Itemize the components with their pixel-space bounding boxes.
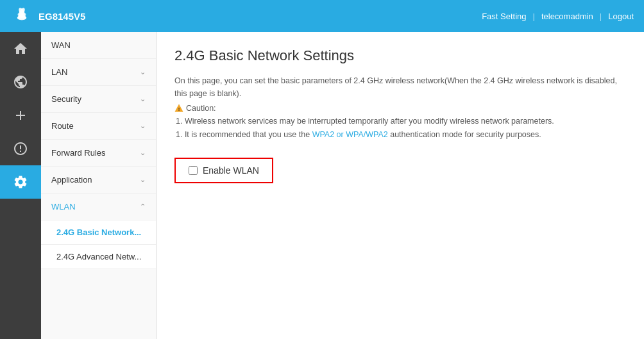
wpa2-link: WPA2 or WPA/WPA2 <box>312 130 388 139</box>
header-nav: Fast Setting | telecomadmin | Logout <box>482 12 634 21</box>
brand-logo: EG8145V5 <box>10 7 85 25</box>
brand-name: EG8145V5 <box>38 11 85 22</box>
sidebar-icon-network[interactable] <box>0 65 41 99</box>
menu-item-forward-rules[interactable]: Forward Rules ⌄ <box>41 140 156 167</box>
caution-line-2: 1. It is recommended that you use the WP… <box>176 128 626 142</box>
add-icon <box>13 108 28 123</box>
menu-label-lan: LAN <box>51 67 67 77</box>
sidebar-icon-home[interactable] <box>0 32 41 65</box>
menu-label-wlan: WLAN <box>51 202 76 211</box>
sidebar-icon-status[interactable] <box>0 132 41 165</box>
huawei-logo-icon <box>10 7 33 25</box>
page-description: On this page, you can set the basic para… <box>174 74 626 100</box>
main-content: 2.4G Basic Network Settings On this page… <box>157 32 644 339</box>
submenu-label-2g-advanced: 2.4G Advanced Netw... <box>56 252 141 261</box>
network-icon <box>13 74 28 90</box>
chevron-up-icon: ⌃ <box>140 203 146 211</box>
settings-icon <box>13 174 28 190</box>
chevron-down-icon: ⌄ <box>140 95 146 103</box>
caution-block: ! Caution: 1. Wireless network services … <box>174 104 626 142</box>
chevron-down-icon: ⌄ <box>140 68 146 76</box>
enable-wlan-checkbox[interactable] <box>189 166 198 175</box>
sidebar-icon-add[interactable] <box>0 99 41 132</box>
header: EG8145V5 Fast Setting | telecomadmin | L… <box>0 0 644 32</box>
menu-item-wlan[interactable]: WLAN ⌃ <box>41 194 156 220</box>
chevron-down-icon: ⌄ <box>140 149 146 157</box>
status-icon <box>13 141 28 156</box>
submenu-item-2g-advanced[interactable]: 2.4G Advanced Netw... <box>41 245 156 269</box>
caution-label: Caution: <box>186 104 216 113</box>
warning-icon: ! <box>174 104 183 113</box>
fast-setting-link[interactable]: Fast Setting <box>482 12 526 21</box>
menu-item-route[interactable]: Route ⌄ <box>41 113 156 140</box>
user-link[interactable]: telecomadmin <box>541 12 593 21</box>
caution-list: 1. Wireless network services may be inte… <box>174 115 626 142</box>
svg-text:!: ! <box>178 106 180 112</box>
menu-label-security: Security <box>51 94 81 104</box>
home-icon <box>13 41 28 56</box>
sidebar-menu: WAN LAN ⌄ Security ⌄ Route ⌄ Forward Rul… <box>41 32 157 339</box>
chevron-down-icon: ⌄ <box>140 122 146 130</box>
page-title: 2.4G Basic Network Settings <box>174 47 626 64</box>
menu-label-application: Application <box>51 175 92 185</box>
menu-label-forward-rules: Forward Rules <box>51 148 106 158</box>
menu-item-application[interactable]: Application ⌄ <box>41 167 156 194</box>
menu-item-security[interactable]: Security ⌄ <box>41 86 156 113</box>
caution-line-1: 1. Wireless network services may be inte… <box>176 115 626 128</box>
enable-wlan-box: Enable WLAN <box>174 158 273 183</box>
logout-link[interactable]: Logout <box>608 12 634 21</box>
chevron-down-icon: ⌄ <box>140 176 146 184</box>
enable-wlan-label: Enable WLAN <box>203 165 259 176</box>
submenu-item-2g-basic[interactable]: 2.4G Basic Network... <box>41 220 156 245</box>
menu-label-route: Route <box>51 121 74 131</box>
submenu-label-2g-basic: 2.4G Basic Network... <box>56 227 141 237</box>
sidebar-icons <box>0 32 41 339</box>
menu-label-wan: WAN <box>51 40 71 50</box>
nav-divider2: | <box>600 12 602 21</box>
menu-item-wan[interactable]: WAN <box>41 32 156 59</box>
nav-divider: | <box>533 12 535 21</box>
caution-title: ! Caution: <box>174 104 626 113</box>
svg-point-5 <box>17 15 26 20</box>
sidebar-icon-settings[interactable] <box>0 165 41 199</box>
menu-item-lan[interactable]: LAN ⌄ <box>41 59 156 86</box>
main-layout: WAN LAN ⌄ Security ⌄ Route ⌄ Forward Rul… <box>0 32 644 339</box>
